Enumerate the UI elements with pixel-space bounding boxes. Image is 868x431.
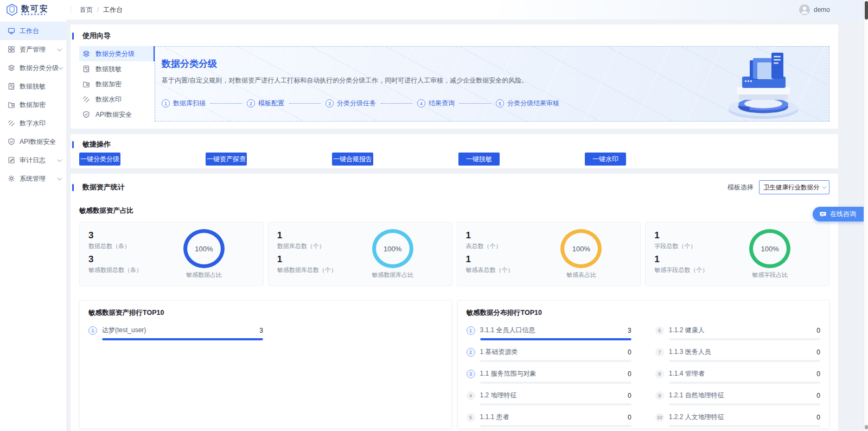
sidebar-item-label: 资产管理 [20,45,46,54]
rank-badge: 5 [467,413,475,422]
rank-bar [669,403,820,405]
quick-action-button[interactable]: 一键资产探查 [206,153,247,166]
watermark-icon [82,96,90,103]
online-consult-button[interactable]: 在线咨询 [813,207,864,221]
step-number: 3 [326,99,334,107]
guide-tab-encrypt[interactable]: 数据加密 [79,77,155,92]
workbench-icon [8,27,15,35]
stat-caption: 敏感表占比 [566,271,596,279]
vertical-scrollbar[interactable] [864,0,868,431]
breadcrumb-home[interactable]: 首页 [80,5,93,15]
quick-actions-row: 一键分类分级一键资产探查一键合规报告一键脱敏一键水印 [79,153,829,166]
quick-action-button[interactable]: 一键水印 [585,153,626,166]
guide-tab-api[interactable]: API数据安全 [79,107,155,122]
sidebar-item-watermark[interactable]: 数字水印 [0,114,66,132]
scrollbar-thumb-bottom[interactable] [865,425,868,429]
chat-icon [819,211,827,218]
stats-title: 数据资产统计 [79,182,125,192]
quick-action-button[interactable]: 一键合规报告 [332,153,373,166]
step-label: 分类分级结果审核 [507,99,559,108]
stat-sensitive-label: 敏感字段总数（个） [654,266,719,274]
quick-actions-section: 敏捷操作 一键分类分级一键资产探查一键合规报告一键脱敏一键水印 [71,134,838,168]
online-consult-label: 在线咨询 [830,210,856,219]
sidebar-item-assets[interactable]: 资产管理 [0,40,66,59]
stat-donut: 100% [183,229,225,268]
guide-tab-label: 数据分类分级 [95,49,135,59]
rank-distribution-col1: 13.1.1 全员人口信息321 基础资源类031.1 服务范围与对象041.2… [467,326,631,431]
stat-card: 1表总数（个）1敏感表总数（个）100%敏感表占比 [457,222,641,286]
stat-percent: 100% [572,245,590,253]
rank-badge: 8 [655,370,664,378]
stats-section: 数据资产统计 模板选择 卫生健康行业数据分类模 敏感数据资产占比 3数据总数（条… [71,174,838,431]
watermark-icon [8,119,15,127]
stat-total-label: 字段总数（个） [654,242,719,250]
rank-label: 3.1.1 全员人口信息 [480,326,535,335]
guide-section: 使用向导 数据分类分级数据脱敏数据加密数据水印API数据安全 数据分类分级 基于… [71,24,838,129]
rank-label: 达梦(test_user) [102,326,146,335]
guide-tab-label: 数据水印 [95,95,122,104]
header-divider [71,6,71,14]
step-label: 数据库扫描 [173,99,206,108]
stat-total-value: 1 [277,230,342,241]
rank-value: 0 [816,370,820,378]
rank-badge: 1 [88,326,97,335]
quick-action-button[interactable]: 一键分类分级 [79,153,120,166]
rank-bar [669,360,820,362]
rank-value: 3 [628,327,631,334]
stat-card: 1字段总数（个）1敏感字段总数（个）100%敏感字段占比 [645,222,829,286]
user-menu[interactable]: demo [799,4,868,15]
step-connector [459,103,491,104]
encrypt-icon [82,80,90,88]
sidebar-item-label: 审计日志 [20,156,46,165]
rank-value: 0 [628,348,631,356]
avatar [799,4,810,15]
stat-sensitive-label: 敏感数据总数（条） [88,266,154,274]
guide-step: 4结果查询 [417,99,455,108]
breadcrumb-separator: / [97,6,99,14]
template-select[interactable]: 卫生健康行业数据分类模 [759,180,829,194]
quick-action-button[interactable]: 一键脱敏 [458,153,500,166]
step-number: 5 [496,99,504,107]
rank-label: 1.1.3 医务人员 [669,347,711,357]
stat-sensitive-label: 敏感数据库总数（个） [277,266,342,274]
sidebar-item-masking[interactable]: 数据脱敏 [0,77,66,96]
scrollbar-thumb[interactable] [865,1,868,20]
step-connector [210,103,242,104]
rank-bar [669,382,820,384]
logo-icon [5,3,18,16]
rank-value: 0 [816,414,820,421]
stat-donut: 100% [560,229,602,268]
guide-tab-masking[interactable]: 数据脱敏 [79,61,155,77]
breadcrumb-current: 工作台 [103,5,123,15]
stat-sensitive-value: 1 [466,254,531,265]
sidebar-item-audit[interactable]: 审计日志 [0,151,66,169]
guide-tab-classify[interactable]: 数据分类分级 [79,46,155,61]
rank-badge: 9 [655,391,664,400]
stat-sensitive-label: 敏感表总数（个） [466,266,531,274]
rank-label: 1.1.1 患者 [480,413,509,422]
classify-icon [82,50,90,58]
stat-donut: 100% [372,229,413,268]
rank-label: 1.2.2 人文地理特征 [669,413,724,422]
rank-bar [102,338,263,340]
logo[interactable]: 数可安 [0,3,66,16]
banner-description: 基于内置/自定义规则，对数据资产进行人工打标和自动执行的分类分级工作，同时可进行… [162,76,607,85]
sidebar-item-encrypt[interactable]: 数据加密 [0,96,66,114]
sidebar-item-label: 数据加密 [20,100,46,110]
sidebar-item-api[interactable]: API数据安全 [0,132,66,151]
sidebar-item-workbench[interactable]: 工作台 [0,22,66,40]
stat-percent: 100% [761,245,779,253]
rank-badge: 6 [655,326,664,335]
rank-row: 81.1.4 管理者0 [655,369,820,384]
sidebar-item-label: 工作台 [20,27,39,36]
rank-value: 0 [628,370,631,378]
guide-section-title: 使用向导 [79,31,829,41]
rank-bar [480,338,631,340]
rank-bar [480,360,631,362]
logo-tagline [21,14,45,15]
sidebar-item-classify[interactable]: 数据分类分级 [0,59,66,77]
rank-bar [480,425,631,427]
guide-tab-watermark[interactable]: 数据水印 [79,92,155,107]
chevron-down-icon [57,47,61,51]
sidebar-item-system[interactable]: 系统管理 [0,169,66,188]
